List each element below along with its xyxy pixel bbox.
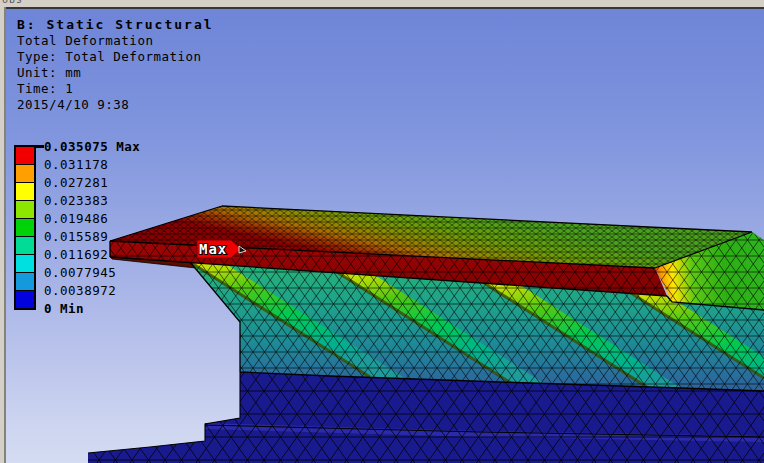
legend-value-label: 0.011692 xyxy=(44,247,108,262)
result-info-line: 2015/4/10 9:38 xyxy=(17,97,214,113)
result-info-block: B: Static Structural Total Deformation T… xyxy=(17,17,214,113)
max-flag-label: Max xyxy=(199,241,227,257)
viewport-top-border xyxy=(4,7,764,9)
result-info-line: Unit: mm xyxy=(17,65,214,81)
legend-value-label: 0.015589 xyxy=(44,229,108,244)
legend-color-swatch xyxy=(16,255,34,273)
result-info-line: Time: 1 xyxy=(17,81,214,97)
legend-value-label: 0.0077945 xyxy=(44,265,116,280)
legend-color-swatch xyxy=(16,273,34,291)
result-title: B: Static Structural xyxy=(17,17,214,33)
legend-color-swatch xyxy=(16,291,34,308)
legend-color-swatch xyxy=(16,201,34,219)
legend-colorbar xyxy=(14,145,36,310)
legend-top-tick xyxy=(34,145,44,148)
legend-color-swatch xyxy=(16,147,34,165)
legend-value-label: 0 Min xyxy=(44,301,84,316)
legend-value-label: 0.019486 xyxy=(44,211,108,226)
result-info-line: Type: Total Deformation xyxy=(17,49,214,65)
legend-color-swatch xyxy=(16,183,34,201)
legend-value-label: 0.035075 Max xyxy=(44,139,140,154)
legend-value-label: 0.023383 xyxy=(44,193,108,208)
legend-color-swatch xyxy=(16,237,34,255)
legend-color-swatch xyxy=(16,165,34,183)
viewport-left-border xyxy=(4,7,6,463)
legend-color-swatch xyxy=(16,219,34,237)
legend-value-label: 0.031178 xyxy=(44,157,108,172)
ansys-results-window: Max obs B: Static Structural Total Defor… xyxy=(0,0,764,463)
legend-value-label: 0.0038972 xyxy=(44,283,116,298)
legend-value-label: 0.027281 xyxy=(44,175,108,190)
window-frame-top: obs xyxy=(0,0,764,7)
clipped-toolbar-text: obs xyxy=(2,0,23,5)
result-info-line: Total Deformation xyxy=(17,33,214,49)
